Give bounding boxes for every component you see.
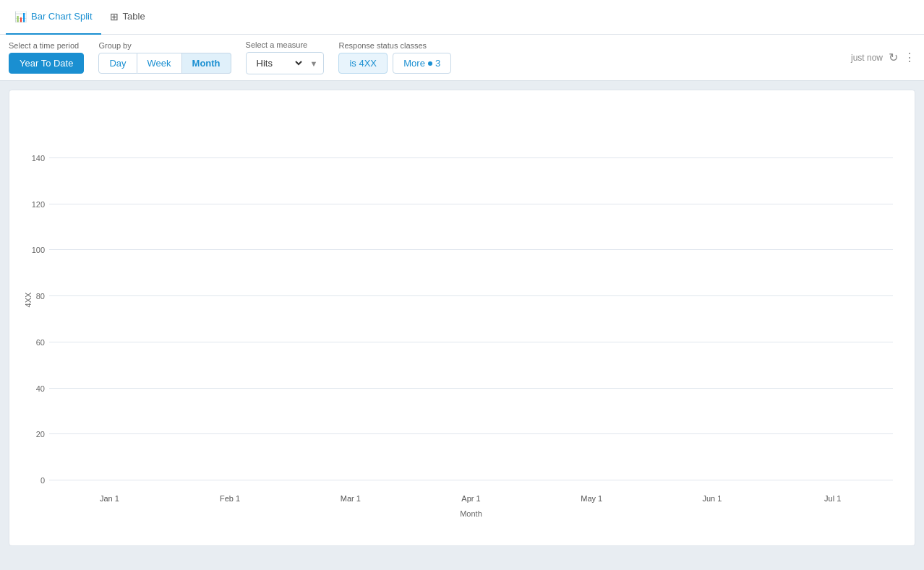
dropdown-arrow-icon: ▼ — [304, 55, 324, 72]
y-axis-label: 4XX — [24, 293, 33, 308]
time-period-group: Select a time period Year To Date — [9, 41, 84, 74]
time-period-label: Select a time period — [9, 41, 84, 50]
response-status-label: Response status classes — [338, 41, 451, 50]
tab-bar-chart-label: Bar Chart Split — [31, 11, 93, 22]
x-label: May 1 — [581, 494, 602, 503]
x-labels: Jan 1Feb 1Mar 1Apr 1May 1Jun 1Jul 1 — [49, 493, 893, 504]
tabs-bar: 📊 Bar Chart Split ⊞ Table — [0, 0, 924, 35]
more-label: More — [403, 58, 425, 69]
bar-chart-icon: 📊 — [14, 11, 27, 22]
tab-table-label: Table — [123, 11, 145, 22]
x-label-col: Mar 1 — [290, 493, 411, 504]
x-label: Mar 1 — [341, 494, 361, 503]
x-axis-title: Month — [460, 509, 482, 518]
y-tick-label: 40 — [36, 384, 45, 393]
measure-group: Select a measure Hits ▼ — [246, 40, 325, 74]
y-tick-label: 80 — [36, 292, 45, 301]
chart-container: 4XX 020406080100120140Jan 1Feb 1Mar 1Apr… — [17, 112, 900, 531]
x-label: Jun 1 — [702, 494, 722, 503]
x-label: Jan 1 — [100, 494, 119, 503]
response-status-row: is 4XX More 3 — [338, 53, 451, 74]
x-label-col: Jun 1 — [652, 493, 773, 504]
timestamp-label: just now — [851, 53, 883, 63]
measure-select[interactable]: Hits — [247, 53, 304, 74]
measure-label: Select a measure — [246, 40, 325, 49]
tab-bar-chart-split[interactable]: 📊 Bar Chart Split — [6, 0, 101, 35]
bars-area — [49, 112, 893, 480]
group-by-week-button[interactable]: Week — [137, 53, 182, 74]
group-by-day-button[interactable]: Day — [98, 53, 137, 74]
year-to-date-button[interactable]: Year To Date — [9, 53, 84, 74]
dot-badge — [428, 61, 432, 66]
x-label-col: May 1 — [531, 493, 652, 504]
x-label-col: Feb 1 — [170, 493, 291, 504]
x-label-col: Jan 1 — [49, 493, 170, 504]
more-button[interactable]: More 3 — [393, 53, 451, 74]
group-by-group: Group by Day Week Month — [98, 41, 231, 74]
x-label: Feb 1 — [220, 494, 240, 503]
x-label-col: Apr 1 — [411, 493, 531, 504]
x-label: Jul 1 — [824, 494, 841, 503]
refresh-icon[interactable]: ↻ — [889, 51, 898, 64]
options-icon[interactable]: ⋮ — [904, 51, 915, 64]
chart-wrapper: 4XX 020406080100120140Jan 1Feb 1Mar 1Apr… — [9, 90, 915, 546]
x-label-col: Jul 1 — [772, 493, 893, 504]
y-tick-label: 120 — [32, 200, 45, 209]
main-container: 📊 Bar Chart Split ⊞ Table Select a time … — [0, 0, 924, 570]
tab-table[interactable]: ⊞ Table — [101, 0, 154, 35]
x-label: Apr 1 — [461, 494, 480, 503]
group-by-buttons: Day Week Month — [98, 53, 231, 74]
group-by-month-button[interactable]: Month — [182, 53, 231, 74]
response-status-group: Response status classes is 4XX More 3 — [338, 41, 451, 74]
y-tick-label: 100 — [32, 246, 45, 254]
y-tick-label: 20 — [36, 430, 45, 439]
filter-4xx-button[interactable]: is 4XX — [338, 53, 388, 74]
table-icon: ⊞ — [110, 11, 119, 22]
y-tick-label: 0 — [40, 476, 45, 485]
y-tick-label: 140 — [32, 154, 45, 163]
controls-bar: Select a time period Year To Date Group … — [0, 35, 924, 81]
chart-inner: 020406080100120140Jan 1Feb 1Mar 1Apr 1Ma… — [49, 112, 893, 480]
y-tick-label: 60 — [36, 338, 45, 347]
controls-right: just now ↻ ⋮ — [851, 51, 915, 64]
more-count: 3 — [435, 58, 440, 69]
measure-select-wrapper: Hits ▼ — [246, 52, 325, 74]
group-by-label: Group by — [98, 41, 231, 50]
